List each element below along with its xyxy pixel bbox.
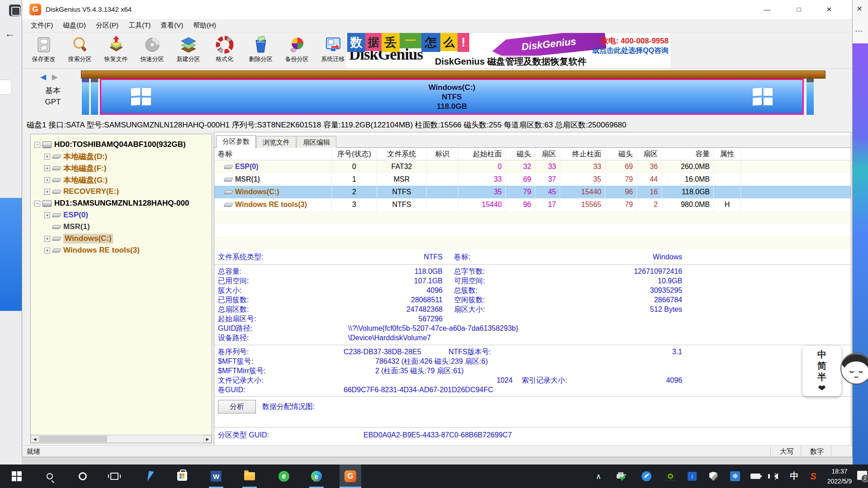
ime-mode-simplified[interactable]: 简	[817, 361, 826, 371]
toolbar-label: 快速分区	[141, 56, 164, 62]
tree-item-hd1[interactable]: − HD1:SAMSUNGMZNLN128HAHQ-000	[31, 197, 212, 209]
menu-tools[interactable]: 工具(T)	[123, 21, 156, 30]
taskbar-clock[interactable]: 18:37 2022/5/9	[824, 466, 855, 486]
tree-item-hd0[interactable]: − HD0:TOSHIBAMQ04ABF100(932GB)	[31, 139, 212, 150]
cortana-button[interactable]	[72, 465, 94, 488]
ime-mode-chinese[interactable]: 中	[817, 349, 826, 359]
tray-security-shield[interactable]: x	[705, 465, 722, 488]
table-row-esp[interactable]: ESP(0) 0 FAT32 0 32 33 33 69 36 260.0MB	[214, 160, 851, 173]
tray-battery[interactable]	[747, 465, 764, 488]
banner-contact[interactable]: 致电: 400-008-9958 或点击此处选择QQ咨询	[592, 36, 669, 56]
format-button[interactable]: 格式化	[207, 34, 242, 67]
tray-snowflake[interactable]: ❄	[727, 465, 743, 488]
expand-icon[interactable]: +	[44, 177, 50, 183]
tree-item-recovery-e[interactable]: + RECOVERY(E:)	[31, 186, 212, 197]
menu-disk[interactable]: 磁盘(D)	[58, 21, 91, 30]
tree-item-windows-c[interactable]: + Windows(C:)	[31, 233, 212, 244]
search-partition-button[interactable]: 搜索分区	[62, 34, 98, 67]
taskbar-app-store[interactable]	[171, 465, 193, 488]
cell-seq: 1	[332, 173, 377, 186]
taskbar-app-word[interactable]: W	[205, 465, 227, 488]
menu-view[interactable]: 查看(V)	[156, 21, 188, 30]
notification-center-button[interactable]: 2	[857, 471, 867, 480]
ime-heart-icon[interactable]: ❤	[818, 383, 826, 393]
recover-files-button[interactable]: 恢复文件	[98, 34, 134, 67]
tray-chevron-up[interactable]: ∧	[590, 465, 607, 488]
menu-partition[interactable]: 分区(P)	[91, 21, 123, 30]
tree-horizontal-scrollbar[interactable]: ◀ ▶	[31, 435, 212, 443]
menu-file[interactable]: 文件(F)	[26, 21, 58, 30]
new-partition-button[interactable]: 新建分区	[170, 34, 206, 67]
scroll-right-icon[interactable]: ▶	[203, 435, 212, 443]
maximize-button[interactable]: □	[784, 0, 814, 19]
prev-disk-arrow-icon[interactable]: ◀	[40, 73, 46, 81]
partition-icon	[52, 225, 61, 229]
taskbar-app-thunder[interactable]	[138, 465, 160, 488]
tree-item-msr[interactable]: MSR(1)	[31, 221, 212, 233]
next-disk-arrow-icon[interactable]: ▶	[52, 73, 58, 81]
expand-icon[interactable]: +	[44, 189, 50, 195]
start-button[interactable]	[6, 465, 28, 488]
taskbar-app-diskgenius-active[interactable]: G	[340, 465, 361, 488]
taskbar-app-edge[interactable]: e	[306, 465, 327, 488]
expand-icon[interactable]: +	[44, 154, 50, 160]
minimize-button[interactable]: —	[752, 0, 782, 19]
expand-icon[interactable]: +	[44, 165, 50, 171]
menu-help[interactable]: 帮助(H)	[188, 21, 221, 30]
analyze-button[interactable]: 分析	[218, 400, 256, 413]
collapse-icon[interactable]: −	[34, 142, 40, 148]
collapse-icon[interactable]: −	[34, 201, 40, 206]
tree-label: ESP(0)	[63, 211, 88, 220]
diskgenius-icon: G	[344, 470, 356, 482]
tray-ime-language[interactable]: 中	[787, 465, 802, 488]
task-view-button[interactable]	[104, 465, 125, 488]
table-row-windows-re[interactable]: Windows RE tools(3) 3 NTFS 15440 96 17 1…	[214, 198, 851, 211]
expand-icon[interactable]: +	[44, 236, 50, 242]
tree-item-local-d[interactable]: + 本地磁盘(D:)	[31, 150, 212, 162]
close-button[interactable]: ✕	[814, 0, 844, 19]
cell-fs: MSR	[377, 173, 427, 186]
scroll-thumb[interactable]	[39, 436, 107, 442]
table-row-msr[interactable]: MSR(1) 1 MSR 33 69 37 35 79 44 16.0MB	[214, 173, 851, 186]
back-arrow-icon[interactable]: ←	[5, 27, 15, 40]
window-title: DiskGenius V5.4.3.1342 x64	[46, 0, 132, 19]
tree-item-local-g[interactable]: + 本地磁盘(G:)	[31, 174, 212, 186]
tab-browse-files[interactable]: 浏览文件	[256, 136, 296, 148]
save-changes-button[interactable]: 保存更改	[26, 34, 61, 67]
background-more-icon[interactable]: ⋯	[855, 26, 863, 36]
tray-volume[interactable]	[768, 465, 784, 488]
tab-sector-edit[interactable]: 扇区编辑	[297, 136, 336, 148]
ime-mode-halfwidth[interactable]: 半	[817, 372, 826, 382]
tray-nvidia[interactable]	[663, 465, 678, 488]
partition-segment-windows-c[interactable]: Windows(C:) NTFS 118.0GB	[100, 79, 804, 115]
taskbar-app-explorer[interactable]	[239, 465, 260, 488]
tray-sogou[interactable]: S	[806, 465, 821, 488]
expand-icon[interactable]: +	[44, 212, 50, 218]
tree-item-local-f[interactable]: + 本地磁盘(F:)	[31, 162, 212, 174]
taskbar-search[interactable]	[39, 465, 61, 488]
mftmirr-cluster-value: 2 (柱面:35 磁头:79 扇区:61)	[375, 366, 464, 375]
tray-printer-status[interactable]	[613, 465, 629, 488]
taskbar-app-browser360[interactable]: e	[273, 465, 295, 488]
backup-partition-button[interactable]: 备份分区	[279, 34, 315, 67]
promo-banner[interactable]: DiskGenius 数 据 丢 一 怎 么 ! DiskGenius 致电: …	[346, 33, 670, 68]
volume-label-label: 卷标:	[454, 253, 470, 262]
partition-segment-esp[interactable]	[82, 79, 89, 115]
tab-partition-params[interactable]: 分区参数	[216, 135, 256, 148]
table-row-windows-c-selected[interactable]: Windows(C:) 2 NTFS 35 79 45 15440 96 16 …	[214, 186, 851, 198]
scroll-left-icon[interactable]: ◀	[31, 435, 39, 443]
migrate-os-button[interactable]: 系统迁移	[315, 34, 351, 67]
tray-thunder[interactable]	[638, 465, 655, 488]
banner-tagline: DiskGenius 磁盘管理及数据恢复软件	[435, 56, 587, 68]
delete-partition-button[interactable]: 删除分区	[243, 34, 278, 67]
quick-partition-button[interactable]: 快速分区	[134, 34, 170, 67]
expand-icon[interactable]: +	[44, 248, 50, 253]
tree-item-windows-re[interactable]: + Windows RE tools(3)	[31, 244, 212, 256]
ime-toolbar-widget[interactable]: 中 简 半 ❤	[802, 346, 841, 396]
partition-segment-re-tools[interactable]	[807, 79, 814, 115]
partition-segment-msr[interactable]	[91, 79, 98, 115]
cell-start-head: 69	[506, 173, 535, 186]
background-close-icon[interactable]: ✕	[857, 5, 863, 13]
tree-item-esp[interactable]: + ESP(0)	[31, 209, 212, 221]
tray-intel-graphics[interactable]: i	[684, 465, 700, 488]
